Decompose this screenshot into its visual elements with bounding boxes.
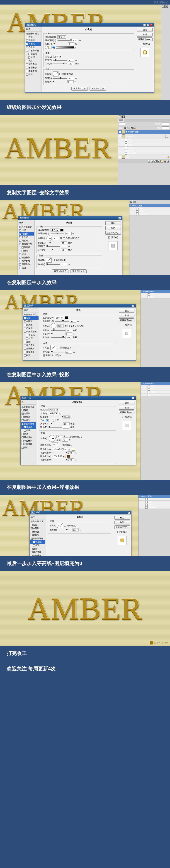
checkbox-icon[interactable]: ✓ bbox=[19, 233, 21, 235]
style-blend-options[interactable]: 混合选项:自定 bbox=[26, 32, 41, 35]
new-style-button[interactable]: 新建样式(W)... bbox=[114, 525, 130, 529]
sh-opacity-field[interactable]: 100 bbox=[68, 458, 74, 461]
fx-icon[interactable]: fx bbox=[151, 160, 154, 162]
style-gradient-overlay[interactable]: 渐变叠加 bbox=[26, 66, 41, 69]
style-outer-glow[interactable]: 外发光 bbox=[23, 323, 38, 327]
fx-sub[interactable]: 👁内阴影 bbox=[118, 144, 170, 147]
layer-row[interactable]: 👁 T AMBER 副本 bbox=[118, 130, 170, 134]
fx-sub[interactable]: 👁效果 bbox=[118, 138, 170, 141]
distance-field[interactable]: 20 bbox=[66, 329, 72, 332]
preview-checkbox[interactable]: ✓ bbox=[108, 237, 110, 239]
fill-field[interactable]: 100%▸ bbox=[162, 126, 169, 129]
style-select[interactable]: 内斜面▾ bbox=[48, 408, 59, 411]
fx-sub[interactable]: 👁效果 bbox=[129, 208, 170, 210]
highlight-mode-select[interactable]: 线性减淡(添加)▾ bbox=[53, 448, 71, 451]
choke-field[interactable]: 0 bbox=[61, 245, 67, 248]
knockout-checkbox[interactable]: ✓ bbox=[43, 354, 45, 356]
close-icon[interactable]: × bbox=[132, 305, 134, 307]
checkbox-icon[interactable] bbox=[19, 253, 21, 255]
style-outer-glow[interactable]: ✓外发光 bbox=[26, 42, 41, 45]
blend-mode-select[interactable]: 正常▾ bbox=[119, 123, 125, 125]
color-swatch[interactable] bbox=[67, 455, 70, 458]
tool-icon[interactable]: ▦ bbox=[165, 5, 168, 8]
checkbox-icon[interactable]: ✓ bbox=[19, 243, 21, 245]
fx-sub[interactable]: 👁投影 bbox=[141, 296, 170, 299]
slider[interactable] bbox=[46, 264, 60, 266]
style-color-overlay[interactable]: 颜色叠加 bbox=[19, 256, 34, 259]
checkbox-icon[interactable] bbox=[19, 257, 21, 259]
visibility-icon[interactable]: 👁 bbox=[136, 210, 138, 213]
global-light-checkbox[interactable] bbox=[68, 325, 70, 327]
angle-field[interactable]: 120 bbox=[57, 324, 64, 328]
soften-field[interactable]: 0 bbox=[63, 426, 69, 429]
blend-mode-select[interactable]: 正常▾ bbox=[55, 316, 64, 319]
dir-down-radio[interactable] bbox=[53, 419, 56, 422]
distance-field[interactable]: 23 bbox=[61, 242, 67, 244]
style-texture-sub[interactable]: 纹理 bbox=[26, 56, 41, 59]
size-field[interactable]: 100 bbox=[68, 62, 74, 65]
visibility-icon[interactable]: 👁 bbox=[125, 152, 127, 155]
contour-picker[interactable] bbox=[46, 257, 52, 262]
lock-pixels-icon[interactable]: ✎ bbox=[127, 127, 129, 129]
cancel-button[interactable]: 取消 bbox=[119, 314, 134, 317]
lock-transparency-icon[interactable]: ▨ bbox=[124, 127, 126, 129]
angle-dial[interactable] bbox=[49, 435, 56, 442]
tab-layers[interactable]: 图层 bbox=[118, 119, 124, 122]
size-field[interactable]: 200 bbox=[66, 336, 72, 339]
fx-sub[interactable]: 👁斜面和浮雕 bbox=[118, 152, 170, 155]
checkbox-icon[interactable] bbox=[28, 57, 30, 59]
color-swatch[interactable] bbox=[72, 448, 75, 451]
global-light-checkbox[interactable] bbox=[63, 237, 65, 240]
opacity-field[interactable]: 100 bbox=[72, 39, 78, 42]
color-swatch[interactable] bbox=[65, 316, 68, 319]
adjust-icon[interactable]: ◐ bbox=[157, 160, 160, 162]
style-bevel[interactable]: ✓斜面和浮雕 bbox=[19, 242, 34, 246]
checkbox-icon[interactable]: ✓ bbox=[26, 43, 28, 45]
antialias-checkbox[interactable] bbox=[57, 347, 59, 349]
layer-row[interactable]: TAMBER 副本 bbox=[141, 290, 170, 293]
antialias-checkbox[interactable] bbox=[53, 259, 55, 261]
angle-dial[interactable] bbox=[46, 236, 52, 241]
preview-checkbox[interactable]: ✓ bbox=[140, 43, 142, 45]
style-outer-glow[interactable]: 外发光 bbox=[19, 236, 34, 239]
style-inner-glow[interactable]: ✓内发光 bbox=[26, 45, 41, 49]
close-icon[interactable]: × bbox=[150, 24, 152, 26]
cancel-button[interactable]: 取消 bbox=[119, 406, 134, 410]
make-default-button[interactable]: 设置为默认值 bbox=[52, 269, 68, 273]
style-gradient-overlay[interactable]: 渐变叠加 bbox=[19, 259, 34, 263]
checkbox-icon[interactable]: ✓ bbox=[26, 39, 28, 41]
opacity-slider[interactable] bbox=[58, 39, 71, 42]
checkbox-icon[interactable] bbox=[26, 63, 28, 65]
slider[interactable] bbox=[46, 242, 60, 244]
spread-slider[interactable] bbox=[53, 59, 67, 62]
style-bevel[interactable]: ✓斜面和浮雕 bbox=[26, 49, 41, 53]
close-icon[interactable]: × bbox=[132, 397, 134, 399]
style-color-overlay[interactable]: 颜色叠加 bbox=[26, 63, 41, 66]
minimize-icon[interactable]: ─ bbox=[143, 24, 146, 26]
style-pattern-overlay[interactable]: 图案叠加 bbox=[26, 69, 41, 73]
style-drop-shadow[interactable]: ✓投影 bbox=[26, 35, 41, 39]
contour-picker[interactable] bbox=[53, 71, 59, 76]
visibility-icon[interactable]: 👁 bbox=[125, 144, 127, 146]
shadow-mode-select[interactable]: 正片叠底▾ bbox=[53, 455, 66, 458]
contour-picker[interactable] bbox=[57, 523, 63, 528]
checkbox-icon[interactable] bbox=[26, 67, 28, 69]
style-drop-shadow[interactable]: 投影 bbox=[19, 229, 34, 232]
checkbox-icon[interactable] bbox=[19, 267, 21, 269]
ok-button[interactable]: 确定 bbox=[105, 221, 121, 225]
layer-row[interactable]: TAMBER 副本 bbox=[141, 382, 170, 385]
gradient-ramp[interactable] bbox=[56, 46, 74, 49]
tool-icon[interactable]: ▦ bbox=[122, 116, 125, 118]
checkbox-icon[interactable] bbox=[19, 229, 21, 231]
mask-icon[interactable]: ◯ bbox=[154, 160, 157, 162]
preview-checkbox[interactable]: ✓ bbox=[122, 416, 124, 418]
blend-mode-select[interactable]: 柔光▾ bbox=[57, 35, 66, 38]
preview-checkbox[interactable]: ✓ bbox=[117, 531, 120, 533]
style-contour-sub[interactable]: 等高线 bbox=[19, 246, 34, 249]
maximize-icon[interactable]: ☐ bbox=[147, 24, 149, 26]
size-slider[interactable] bbox=[53, 63, 67, 65]
style-satin[interactable]: 光泽 bbox=[19, 253, 34, 256]
trash-icon[interactable]: 🗑 bbox=[167, 160, 169, 162]
opacity-field[interactable]: 100%▸ bbox=[162, 123, 169, 125]
slider[interactable] bbox=[46, 249, 60, 251]
